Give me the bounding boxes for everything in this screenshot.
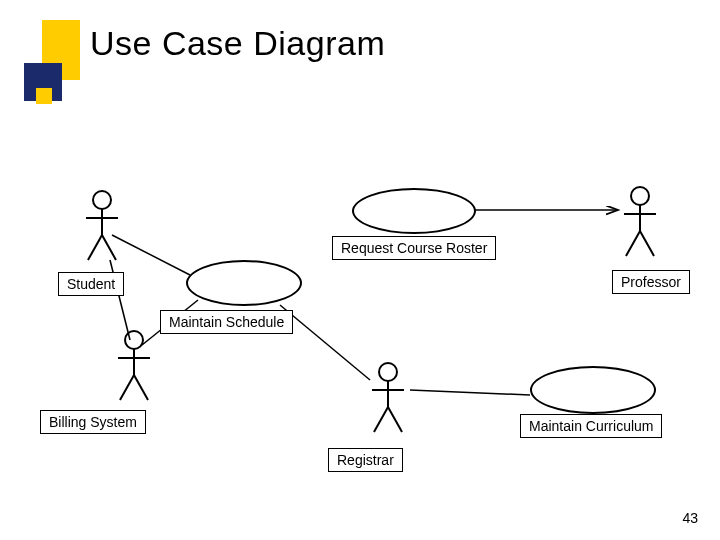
svg-point-22 — [379, 363, 397, 381]
svg-line-16 — [640, 231, 654, 256]
svg-line-6 — [280, 305, 370, 380]
use-case-diagram-slide: Use Case Diagram Student — [0, 0, 720, 540]
svg-point-7 — [93, 191, 111, 209]
svg-line-15 — [626, 231, 640, 256]
svg-line-25 — [374, 407, 388, 432]
svg-line-20 — [120, 375, 134, 400]
svg-point-17 — [125, 331, 143, 349]
usecase-request-course-roster-shape — [352, 188, 476, 234]
actor-billing-system-icon — [114, 330, 154, 402]
usecase-maintain-schedule-shape — [186, 260, 302, 306]
usecase-request-course-roster-label: Request Course Roster — [332, 236, 496, 260]
usecase-maintain-curriculum-shape — [530, 366, 656, 414]
actor-professor-icon — [620, 186, 660, 258]
actor-registrar-icon — [368, 362, 408, 434]
svg-line-0 — [112, 235, 190, 275]
svg-line-21 — [134, 375, 148, 400]
actor-student-label: Student — [58, 272, 124, 296]
actor-registrar-label: Registrar — [328, 448, 403, 472]
actor-professor-label: Professor — [612, 270, 690, 294]
usecase-maintain-schedule-label: Maintain Schedule — [160, 310, 293, 334]
svg-line-11 — [102, 235, 116, 260]
svg-line-26 — [388, 407, 402, 432]
svg-point-12 — [631, 187, 649, 205]
svg-line-5 — [410, 390, 530, 395]
actor-student-icon — [82, 190, 122, 262]
slide-number: 43 — [682, 510, 698, 526]
usecase-maintain-curriculum-label: Maintain Curriculum — [520, 414, 662, 438]
actor-billing-system-label: Billing System — [40, 410, 146, 434]
svg-line-10 — [88, 235, 102, 260]
